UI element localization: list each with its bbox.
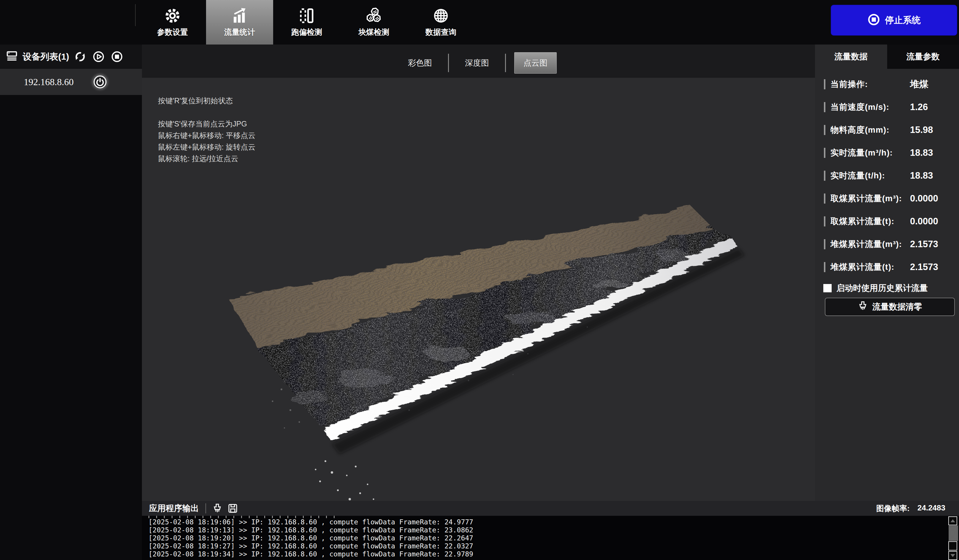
belt-deviation-icon bbox=[298, 8, 315, 24]
flow-row-current-speed: 当前速度(m/s): 1.26 bbox=[815, 95, 959, 118]
toolbar-item-data-query[interactable]: 数据查询 bbox=[407, 0, 475, 45]
device-row[interactable]: 192.168.8.60 bbox=[0, 69, 142, 95]
row-label: 取煤累计流量(m³): bbox=[830, 193, 902, 204]
row-value: 18.83 bbox=[910, 148, 933, 158]
toolbar-item-label: 数据查询 bbox=[425, 27, 456, 37]
flow-data-reset-label: 流量数据清零 bbox=[872, 301, 922, 312]
row-accent-bar bbox=[824, 239, 825, 249]
viewport-instructions: 按键'R'复位到初始状态 按键'S'保存当前点云为JPG 鼠标右键+鼠标移动: … bbox=[158, 95, 256, 164]
save-log-icon[interactable] bbox=[228, 503, 238, 514]
log-line: [2025-02-08 18:19:06] >> IP: 192.168.8.6… bbox=[148, 518, 948, 526]
log-scrollbar[interactable] bbox=[948, 516, 958, 560]
row-accent-bar bbox=[824, 102, 825, 112]
history-total-checkbox-row[interactable]: 启动时使用历史累计流量 bbox=[815, 283, 959, 294]
toolbar-item-label: 流量统计 bbox=[224, 27, 255, 37]
device-list-actions bbox=[74, 51, 123, 63]
scrollbar-track[interactable] bbox=[949, 526, 958, 541]
application-window: 参数设置 流量统计 跑偏检测 bbox=[0, 0, 959, 560]
toolbar-item-coal-lump-detection[interactable]: 块煤检测 bbox=[340, 0, 407, 45]
row-accent-bar bbox=[824, 216, 825, 226]
log-line: [2025-02-08 18:19:13] >> IP: 192.168.8.6… bbox=[148, 526, 948, 534]
bar-chart-icon bbox=[231, 8, 248, 24]
point-cloud-viewport[interactable]: 按键'R'复位到初始状态 按键'S'保存当前点云为JPG 鼠标右键+鼠标移动: … bbox=[142, 78, 815, 501]
flow-data-rows: 当前操作: 堆煤 当前速度(m/s): 1.26 物料高度(mm): 15.98… bbox=[815, 69, 959, 294]
row-value: 0.0000 bbox=[910, 216, 938, 227]
application-output-log[interactable]: [2025-02-08 18:19:06] >> IP: 192.168.8.6… bbox=[142, 516, 948, 560]
toolbar-item-flow-statistics[interactable]: 流量统计 bbox=[206, 0, 273, 45]
scrollbar-down-button[interactable] bbox=[948, 551, 957, 560]
tab-depth-map[interactable]: 深度图 bbox=[457, 52, 497, 73]
row-accent-bar bbox=[824, 262, 825, 272]
flow-panel-tabs: 流量数据 流量参数 bbox=[815, 45, 959, 69]
flow-panel: 流量数据 流量参数 当前操作: 堆煤 当前速度(m/s): 1.26 物料高度(… bbox=[815, 45, 959, 501]
tab-divider bbox=[505, 54, 506, 72]
top-toolbar: 参数设置 流量统计 跑偏检测 bbox=[0, 0, 959, 45]
scroll-up-icon bbox=[950, 519, 955, 522]
clear-brush-icon bbox=[857, 301, 868, 313]
row-accent-bar bbox=[824, 171, 825, 181]
instruction-line: 鼠标右键+鼠标移动: 平移点云 bbox=[158, 130, 256, 141]
stop-system-label: 停止系统 bbox=[885, 14, 921, 26]
checkbox[interactable] bbox=[823, 284, 832, 292]
scroll-down-icon bbox=[950, 554, 955, 557]
gear-icon bbox=[164, 8, 181, 24]
row-value: 堆煤 bbox=[910, 78, 929, 91]
log-line: [2025-02-08 18:19:27] >> IP: 192.168.8.6… bbox=[148, 542, 948, 550]
log-line: [2025-02-08 18:19:34] >> IP: 192.168.8.6… bbox=[148, 550, 948, 558]
row-label: 堆煤累计流量(m³): bbox=[830, 239, 902, 250]
row-label: 当前操作: bbox=[830, 79, 868, 90]
row-value: 1.26 bbox=[910, 102, 928, 113]
flow-row-reclaim-total-t: 取煤累计流量(t): 0.0000 bbox=[815, 210, 959, 233]
image-framerate: 图像帧率: 24.2483 bbox=[876, 503, 945, 514]
stop-icon[interactable] bbox=[111, 51, 123, 63]
scrollbar-up-button[interactable] bbox=[948, 516, 957, 525]
row-value: 0.0000 bbox=[910, 193, 938, 204]
image-framerate-value: 24.2483 bbox=[918, 503, 945, 514]
tab-divider bbox=[448, 54, 449, 72]
coal-lumps-icon bbox=[365, 8, 382, 24]
log-clipped-line bbox=[148, 516, 338, 518]
tab-flow-parameters[interactable]: 流量参数 bbox=[887, 45, 959, 69]
instruction-line: 鼠标滚轮: 拉远/拉近点云 bbox=[158, 153, 256, 164]
tab-point-cloud[interactable]: 点云图 bbox=[514, 52, 557, 73]
row-accent-bar bbox=[824, 125, 825, 135]
row-label: 实时流量(m³/h): bbox=[830, 147, 893, 159]
row-label: 物料高度(mm): bbox=[830, 124, 889, 135]
toolbar-item-deviation-detection[interactable]: 跑偏检测 bbox=[273, 0, 340, 45]
device-ip: 192.168.8.60 bbox=[24, 76, 73, 88]
refresh-icon[interactable] bbox=[74, 51, 86, 63]
toolbar-item-label: 跑偏检测 bbox=[291, 27, 322, 37]
flow-row-material-height: 物料高度(mm): 15.98 bbox=[815, 118, 959, 141]
row-value: 15.98 bbox=[910, 125, 933, 135]
flow-row-reclaim-total-m3: 取煤累计流量(m³): 0.0000 bbox=[815, 187, 959, 210]
instruction-line: 按键'R'复位到初始状态 bbox=[158, 95, 256, 107]
toolbar-divider bbox=[135, 4, 136, 26]
row-value: 2.1573 bbox=[910, 239, 938, 250]
device-list-icon bbox=[5, 49, 18, 64]
clear-log-icon[interactable] bbox=[212, 503, 223, 514]
stop-circle-icon bbox=[867, 13, 880, 27]
row-label: 实时流量(t/h): bbox=[830, 170, 885, 181]
toolbar-item-parameter-settings[interactable]: 参数设置 bbox=[139, 0, 206, 45]
row-accent-bar bbox=[824, 79, 825, 89]
checkbox-label: 启动时使用历史累计流量 bbox=[836, 283, 928, 294]
row-label: 取煤累计流量(t): bbox=[830, 216, 894, 227]
output-status-strip: 应用程序输出 图像帧率: 24.2483 bbox=[142, 501, 959, 516]
strip-divider bbox=[206, 503, 206, 514]
view-tab-bar: 彩色图 深度图 点云图 bbox=[142, 52, 815, 73]
power-icon[interactable] bbox=[93, 75, 107, 89]
image-framerate-label: 图像帧率: bbox=[876, 503, 910, 514]
application-output-title: 应用程序输出 bbox=[149, 503, 199, 514]
flow-data-reset-button[interactable]: 流量数据清零 bbox=[825, 298, 955, 316]
flow-row-realtime-flow-m3h: 实时流量(m³/h): 18.83 bbox=[815, 141, 959, 164]
tab-color-map[interactable]: 彩色图 bbox=[400, 52, 440, 73]
flow-row-stack-total-t: 堆煤累计流量(t): 2.1573 bbox=[815, 256, 959, 278]
tab-flow-data[interactable]: 流量数据 bbox=[815, 45, 887, 69]
row-value: 18.83 bbox=[910, 170, 933, 181]
stop-system-button[interactable]: 停止系统 bbox=[831, 5, 957, 36]
play-icon[interactable] bbox=[92, 51, 105, 63]
scrollbar-thumb[interactable] bbox=[948, 541, 957, 550]
toolbar-item-label: 参数设置 bbox=[157, 27, 188, 37]
row-accent-bar bbox=[824, 194, 825, 204]
flow-row-realtime-flow-th: 实时流量(t/h): 18.83 bbox=[815, 164, 959, 187]
